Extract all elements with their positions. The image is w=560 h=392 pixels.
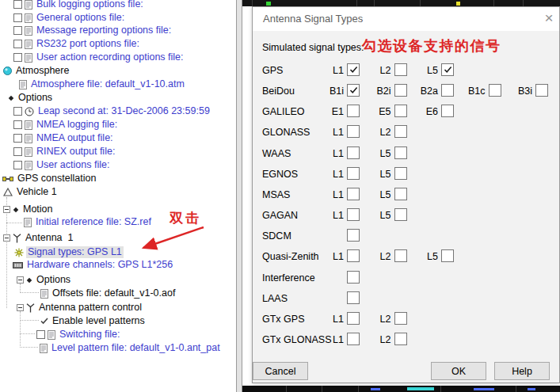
- tree-item[interactable]: Options: [0, 273, 72, 287]
- tree-item-label: User actions file:: [35, 159, 111, 171]
- tree-item[interactable]: General options file:: [0, 11, 126, 25]
- beidou-b1i-checkbox[interactable]: [347, 84, 360, 97]
- laas-enable-checkbox[interactable]: [347, 291, 360, 304]
- tree-item[interactable]: Message reporting options file:: [0, 24, 173, 37]
- tree-item[interactable]: User action recording options file:: [0, 51, 185, 64]
- close-icon[interactable]: ×: [539, 9, 558, 28]
- glonass-l1-checkbox[interactable]: [347, 125, 360, 138]
- tree-item[interactable]: Signal types: GPS L1: [0, 245, 124, 259]
- tree-item[interactable]: Atmosphere file: default_v1-10.atm: [0, 78, 186, 91]
- galileo-e5-checkbox[interactable]: [394, 105, 407, 117]
- gagan-l5-checkbox[interactable]: [394, 208, 407, 221]
- sdcm-enable-checkbox[interactable]: [347, 229, 360, 242]
- expander-icon[interactable]: [3, 206, 10, 213]
- dialog-titlebar[interactable]: Antenna Signal Types ×: [253, 7, 559, 31]
- tree-checkbox[interactable]: [36, 330, 45, 339]
- tree-checkbox[interactable]: [13, 0, 22, 9]
- tree-item-label: Options: [17, 92, 54, 104]
- quasi-zenith-l5-checkbox[interactable]: [441, 249, 454, 262]
- tree-item[interactable]: Vehicle 1: [0, 185, 59, 199]
- waas-l1-checkbox[interactable]: [347, 147, 360, 159]
- msas-l5-checkbox[interactable]: [394, 188, 407, 200]
- tree-item[interactable]: RINEX output file:: [0, 145, 116, 158]
- gtx-gps-l2-checkbox[interactable]: [394, 312, 407, 325]
- tree-item[interactable]: Level pattern file: default_v1-0.ant_pat: [0, 341, 222, 355]
- tree-item[interactable]: NMEA output file:: [0, 131, 115, 145]
- tree-checkbox[interactable]: [13, 13, 22, 22]
- tree-item[interactable]: Offsets file: default_v1-0.aof: [0, 287, 177, 300]
- tree-item-label: Enable level patterns: [51, 315, 147, 327]
- gagan-l1-checkbox[interactable]: [347, 208, 360, 221]
- expander-icon[interactable]: [3, 234, 10, 242]
- gps-l2-checkbox[interactable]: [394, 63, 407, 76]
- cancel-button[interactable]: Cancel: [253, 362, 308, 380]
- panel-splitter[interactable]: [236, 0, 242, 392]
- tree-item[interactable]: Antenna pattern control: [0, 301, 143, 314]
- signal-row: SDCM: [253, 228, 560, 244]
- tree-checkbox[interactable]: [13, 134, 22, 143]
- signal-band-label: B2a: [414, 86, 438, 97]
- tree-item[interactable]: GPS constellation: [0, 172, 97, 185]
- msas-l1-checkbox[interactable]: [347, 188, 360, 200]
- tree-item[interactable]: Leap second at: 31-Dec-2006 23:59:59: [0, 105, 211, 118]
- signal-band-label: L5: [368, 189, 391, 200]
- tree-item[interactable]: Motion: [0, 203, 55, 216]
- tree-item[interactable]: RS232 port options file:: [0, 37, 141, 51]
- tree-item[interactable]: Switching file:: [0, 328, 121, 341]
- simulated-signal-types-label: Simulated signal types:: [262, 42, 364, 53]
- galileo-e6-checkbox[interactable]: [441, 105, 454, 117]
- tree-item-label: Motion: [21, 204, 55, 215]
- gtx-gps-l1-checkbox[interactable]: [347, 312, 360, 325]
- signal-band-label: L1: [320, 334, 344, 345]
- tree-item[interactable]: Options: [0, 91, 54, 105]
- beidou-b2i-checkbox[interactable]: [394, 84, 407, 97]
- galileo-e1-checkbox[interactable]: [347, 105, 360, 117]
- tree-item[interactable]: Enable level patterns: [0, 314, 147, 328]
- help-button[interactable]: Help: [494, 362, 550, 380]
- tree-item[interactable]: Antenna 1: [0, 231, 74, 245]
- antenna-icon: [13, 234, 21, 243]
- tree-checkbox[interactable]: [13, 40, 22, 48]
- signal-band-label: L2: [368, 127, 391, 138]
- expander-icon[interactable]: [17, 304, 24, 311]
- doc-icon: [25, 161, 32, 170]
- signal-band-label: L1: [320, 65, 344, 76]
- tree-item-label: Hardware channels: GPS L1*256: [25, 259, 174, 271]
- tree-item[interactable]: Hardware channels: GPS L1*256: [0, 258, 174, 272]
- signal-band-label: L5: [414, 65, 438, 76]
- beidou-b2a-checkbox[interactable]: [441, 84, 454, 97]
- gps-l5-checkbox[interactable]: [441, 63, 454, 76]
- gtx-glonass-l1-checkbox[interactable]: [347, 333, 360, 345]
- tree-item[interactable]: Bulk logging options file:: [0, 0, 145, 11]
- gtx-glonass-l2-checkbox[interactable]: [394, 333, 407, 345]
- diamond-icon: [13, 207, 19, 213]
- doc-icon: [25, 13, 32, 23]
- interference-enable-checkbox[interactable]: [347, 271, 360, 284]
- signal-band-label: L1: [320, 127, 344, 138]
- ok-button[interactable]: OK: [431, 362, 486, 380]
- doc-icon: [48, 330, 55, 340]
- antenna-icon: [26, 303, 35, 313]
- signal-row: WAASL1L5: [253, 146, 560, 162]
- beidou-b1c-checkbox[interactable]: [489, 84, 501, 97]
- tree-checkbox[interactable]: [13, 147, 22, 156]
- glonass-l2-checkbox[interactable]: [394, 125, 407, 138]
- tree-item[interactable]: NMEA logging file:: [0, 118, 119, 131]
- gps-l1-checkbox[interactable]: [347, 63, 360, 76]
- tree-item[interactable]: Atmosphere: [0, 64, 70, 78]
- tree-item[interactable]: User actions file:: [0, 158, 111, 172]
- tree-item-label: Level pattern file: default_v1-0.ant_pat: [50, 342, 222, 354]
- egnos-l5-checkbox[interactable]: [394, 167, 407, 180]
- quasi-zenith-l2-checkbox[interactable]: [394, 249, 407, 262]
- tree-checkbox[interactable]: [13, 107, 22, 116]
- tree-checkbox[interactable]: [13, 53, 22, 62]
- tree-checkbox[interactable]: [13, 161, 22, 169]
- egnos-l1-checkbox[interactable]: [347, 167, 360, 180]
- tree-checkbox[interactable]: [13, 26, 22, 35]
- beidou-b3i-checkbox[interactable]: [535, 84, 548, 97]
- waas-l5-checkbox[interactable]: [394, 147, 407, 159]
- tree-checkbox[interactable]: [13, 120, 22, 129]
- tree-item[interactable]: Initial reference file: SZ.ref: [0, 215, 153, 229]
- expander-icon[interactable]: [17, 276, 24, 284]
- quasi-zenith-l1-checkbox[interactable]: [347, 249, 360, 262]
